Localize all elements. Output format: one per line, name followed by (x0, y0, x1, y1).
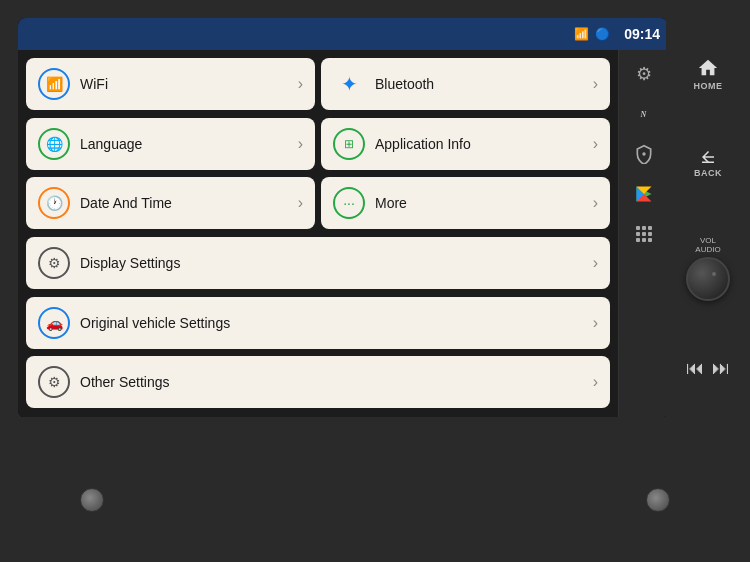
bluetooth-icon: ✦ (341, 72, 358, 96)
settings-item-bluetooth[interactable]: ✦ Bluetooth › (321, 58, 610, 110)
settings-gear-icon: ⚙ (636, 63, 652, 85)
wifi-chevron: › (298, 75, 303, 93)
bluetooth-icon-container: ✦ (333, 68, 365, 100)
settings-item-more[interactable]: ··· More › (321, 177, 610, 229)
shield-icon (634, 144, 654, 164)
vehicle-icon-container: 🚗 (38, 307, 70, 339)
other-icon: ⚙ (38, 366, 70, 398)
prev-track-button[interactable]: ⏮ (686, 358, 704, 379)
back-label: BACK (694, 168, 722, 178)
settings-item-other[interactable]: ⚙ Other Settings › (26, 356, 610, 408)
volume-control[interactable]: VOLAUDIO (686, 236, 730, 301)
other-icon-container: ⚙ (38, 366, 70, 398)
datetime-label: Date And Time (80, 195, 298, 211)
language-icon: 🌐 (38, 128, 70, 160)
knob-indicator (712, 272, 716, 276)
display-icon: ⚙ (38, 247, 70, 279)
top-bar: 📶 🔵 09:14 (18, 18, 668, 50)
bluetooth-label: Bluetooth (375, 76, 593, 92)
appinfo-label: Application Info (375, 136, 593, 152)
other-chevron: › (593, 373, 598, 391)
bluetooth-status-icon: 🔵 (595, 27, 610, 41)
side-panel: ⚙ N (618, 50, 668, 418)
playstore-icon (634, 184, 654, 204)
screen: 📶 🔵 09:14 📶 WiFi › ✦ (18, 18, 668, 418)
other-label: Other Settings (80, 374, 593, 390)
more-icon-container: ··· (333, 187, 365, 219)
side-netflix-button[interactable]: N (624, 96, 664, 132)
display-icon-container: ⚙ (38, 247, 70, 279)
settings-item-display[interactable]: ⚙ Display Settings › (26, 237, 610, 289)
content-area: 📶 WiFi › ✦ Bluetooth › 🌐 (18, 50, 668, 418)
settings-item-date-time[interactable]: 🕐 Date And Time › (26, 177, 315, 229)
screw-left (80, 488, 104, 512)
home-button[interactable]: HOME (694, 57, 723, 91)
clock: 09:14 (624, 26, 660, 42)
appinfo-icon-container: ⊞ (333, 128, 365, 160)
display-chevron: › (593, 254, 598, 272)
dashboard-bottom (0, 417, 750, 562)
datetime-chevron: › (298, 194, 303, 212)
next-track-button[interactable]: ⏭ (712, 358, 730, 379)
language-icon-container: 🌐 (38, 128, 70, 160)
home-icon (697, 57, 719, 79)
status-icons: 📶 🔵 09:14 (574, 26, 660, 42)
datetime-icon: 🕐 (38, 187, 70, 219)
more-chevron: › (593, 194, 598, 212)
wifi-status-icon: 📶 (574, 27, 589, 41)
side-playstore-button[interactable] (624, 176, 664, 212)
screw-right (646, 488, 670, 512)
wifi-icon: 📶 (38, 68, 70, 100)
side-grid-button[interactable] (624, 216, 664, 252)
settings-item-application-info[interactable]: ⊞ Application Info › (321, 118, 610, 170)
display-label: Display Settings (80, 255, 593, 271)
appinfo-icon: ⊞ (333, 128, 365, 160)
back-button[interactable]: BACK (694, 148, 722, 178)
vol-label: VOLAUDIO (695, 236, 720, 255)
more-label: More (375, 195, 593, 211)
vehicle-chevron: › (593, 314, 598, 332)
vehicle-label: Original vehicle Settings (80, 315, 593, 331)
language-chevron: › (298, 135, 303, 153)
more-icon: ··· (333, 187, 365, 219)
back-icon (697, 148, 719, 166)
home-label: HOME (694, 81, 723, 91)
side-settings-button[interactable]: ⚙ (624, 56, 664, 92)
language-label: Language (80, 136, 298, 152)
svg-rect-1 (702, 162, 714, 164)
settings-item-wifi[interactable]: 📶 WiFi › (26, 58, 315, 110)
datetime-icon-container: 🕐 (38, 187, 70, 219)
vehicle-icon: 🚗 (38, 307, 70, 339)
screen-bezel: 📶 🔵 09:14 📶 WiFi › ✦ (18, 18, 668, 418)
settings-grid: 📶 WiFi › ✦ Bluetooth › 🌐 (18, 50, 618, 418)
appinfo-chevron: › (593, 135, 598, 153)
wifi-label: WiFi (80, 76, 298, 92)
bluetooth-chevron: › (593, 75, 598, 93)
netflix-icon: N (641, 110, 647, 119)
svg-point-0 (642, 152, 645, 155)
side-shield-button[interactable] (624, 136, 664, 172)
skip-buttons: ⏮ ⏭ (686, 358, 730, 379)
settings-item-language[interactable]: 🌐 Language › (26, 118, 315, 170)
settings-item-vehicle[interactable]: 🚗 Original vehicle Settings › (26, 297, 610, 349)
volume-knob[interactable] (686, 257, 730, 301)
grid-icon (636, 226, 652, 242)
controls-panel: HOME BACK VOLAUDIO ⏮ ⏭ (666, 18, 750, 418)
wifi-icon-container: 📶 (38, 68, 70, 100)
